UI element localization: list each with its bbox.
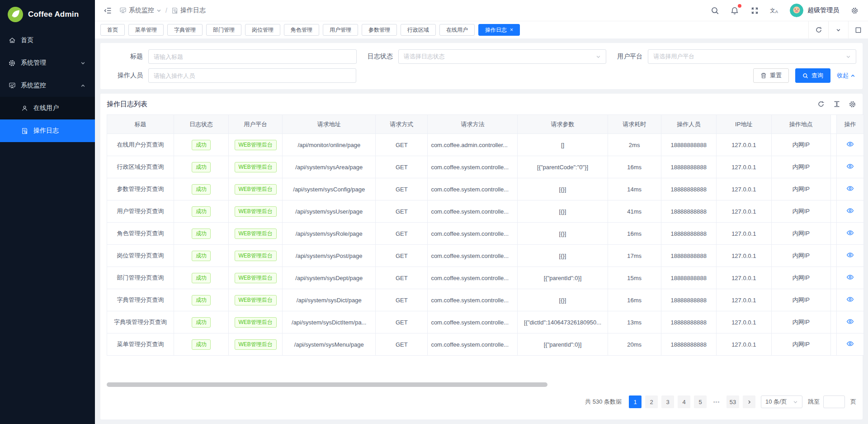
- tab-行政区域[interactable]: 行政区域: [401, 24, 436, 36]
- column-header-title[interactable]: 标题: [107, 115, 174, 134]
- platform-tag: WEB管理后台: [235, 317, 277, 328]
- column-header-status[interactable]: 日志状态: [174, 115, 229, 134]
- view-detail-eye-icon[interactable]: [846, 340, 854, 348]
- cell-ip: 127.0.0.1: [716, 289, 771, 311]
- view-detail-eye-icon[interactable]: [846, 185, 854, 192]
- filter-actions: 重置 查询 收起: [356, 68, 856, 83]
- status-select[interactable]: 请选择日志状态: [398, 49, 607, 64]
- view-detail-eye-icon[interactable]: [846, 140, 854, 148]
- view-detail-eye-icon[interactable]: [846, 229, 854, 237]
- row-height-icon[interactable]: [833, 100, 840, 108]
- fullscreen-icon[interactable]: [750, 6, 759, 15]
- search-button[interactable]: 查询: [795, 68, 830, 83]
- tab-close-icon[interactable]: ×: [510, 27, 513, 33]
- log-table-card: 操作日志列表 标题日志状态用户平台请求地址请求方式请求方法请求参数请求耗时操作人…: [100, 94, 863, 419]
- collapse-filters-link[interactable]: 收起: [837, 71, 855, 80]
- cell-action: [836, 156, 863, 178]
- cell-duration: 16ms: [608, 223, 661, 245]
- column-header-duration[interactable]: 请求耗时: [608, 115, 661, 134]
- platform-select[interactable]: 请选择用户平台: [648, 49, 856, 64]
- sidebar-item-online-users[interactable]: 在线用户: [0, 97, 95, 119]
- column-header-location[interactable]: 操作地点: [771, 115, 830, 134]
- tab-label: 部门管理: [213, 26, 235, 34]
- scrollbar-gutter: [830, 267, 836, 289]
- tab-角色管理[interactable]: 角色管理: [284, 24, 319, 36]
- cell-request_type: GET: [376, 333, 428, 356]
- view-detail-eye-icon[interactable]: [846, 251, 854, 259]
- tab-岗位管理[interactable]: 岗位管理: [245, 24, 280, 36]
- cell-method: com.coffee.system.controlle...: [428, 156, 518, 178]
- translate-icon[interactable]: 文A: [770, 6, 779, 15]
- log-table-body: 在线用户分页查询成功WEB管理后台/api/monitor/online/pag…: [107, 134, 864, 356]
- cell-title: 字典项管理分页查询: [107, 311, 174, 333]
- cell-request_type: GET: [376, 267, 428, 289]
- jump-page-input[interactable]: [823, 395, 845, 408]
- pagination-page-4[interactable]: 4: [678, 395, 690, 408]
- cell-title: 菜单管理分页查询: [107, 333, 174, 356]
- status-tag: 成功: [192, 317, 211, 328]
- scrollbar-gutter: [830, 134, 836, 156]
- cell-action: [836, 289, 863, 311]
- view-detail-eye-icon[interactable]: [846, 318, 854, 325]
- column-header-params[interactable]: 请求参数: [518, 115, 608, 134]
- tab-菜单管理[interactable]: 菜单管理: [128, 24, 164, 36]
- view-detail-eye-icon[interactable]: [846, 162, 854, 170]
- reset-button[interactable]: 重置: [753, 68, 789, 83]
- column-header-request_type[interactable]: 请求方式: [376, 115, 428, 134]
- column-header-method[interactable]: 请求方法: [428, 115, 518, 134]
- sidebar-item-operation-log[interactable]: 操作日志: [0, 119, 95, 142]
- sidebar-item-system-management[interactable]: 系统管理: [0, 52, 95, 74]
- cell-duration: 20ms: [608, 333, 661, 356]
- pagination-page-2[interactable]: 2: [645, 395, 658, 408]
- breadcrumb-section[interactable]: 系统监控: [119, 6, 161, 14]
- tab-部门管理[interactable]: 部门管理: [206, 24, 241, 36]
- pagination-page-3[interactable]: 3: [661, 395, 674, 408]
- maximize-icon[interactable]: [848, 21, 868, 38]
- chevron-up-icon: [850, 73, 855, 78]
- sidebar-collapse-icon[interactable]: [101, 4, 114, 17]
- tab-字典管理[interactable]: 字典管理: [167, 24, 203, 36]
- user-menu[interactable]: 超级管理员: [790, 4, 839, 17]
- pagination-page-5[interactable]: 5: [694, 395, 707, 408]
- sidebar-item-label: 首页: [21, 36, 33, 44]
- column-settings-gear-icon[interactable]: [849, 100, 856, 108]
- scrollbar-thumb[interactable]: [107, 382, 547, 387]
- tab-options-chevron-icon[interactable]: [828, 21, 848, 38]
- tab-label: 字典管理: [174, 26, 196, 34]
- title-input[interactable]: [148, 49, 357, 64]
- status-tag: 成功: [192, 184, 211, 195]
- refresh-icon[interactable]: [817, 100, 825, 108]
- next-page-button[interactable]: [743, 395, 755, 408]
- refresh-tab-icon[interactable]: [808, 21, 828, 38]
- column-header-ip[interactable]: IP地址: [716, 115, 771, 134]
- bell-icon[interactable]: [730, 6, 739, 15]
- view-detail-eye-icon[interactable]: [846, 295, 854, 303]
- view-detail-eye-icon[interactable]: [846, 273, 854, 281]
- operator-input[interactable]: [148, 68, 356, 83]
- pagination-ellipsis[interactable]: •••: [710, 395, 723, 408]
- pagination-page-53[interactable]: 53: [726, 395, 739, 408]
- pagination-page-1[interactable]: 1: [629, 395, 642, 408]
- tab-用户管理[interactable]: 用户管理: [323, 24, 358, 36]
- pagination-total: 共 530 条数据: [585, 398, 622, 406]
- tab-首页[interactable]: 首页: [100, 24, 125, 36]
- cell-duration: 17ms: [608, 245, 661, 267]
- sidebar-item-home[interactable]: 首页: [0, 29, 95, 52]
- column-header-action[interactable]: 操作: [836, 115, 863, 134]
- tab-在线用户[interactable]: 在线用户: [439, 24, 475, 36]
- status-field: 日志状态 请选择日志状态: [357, 49, 607, 64]
- sidebar-item-system-monitor[interactable]: 系统监控: [0, 74, 95, 97]
- tab-label: 在线用户: [446, 26, 468, 34]
- page-size-select[interactable]: 10 条/页: [761, 395, 802, 408]
- tab-参数管理[interactable]: 参数管理: [362, 24, 397, 36]
- settings-gear-icon[interactable]: [850, 6, 859, 15]
- sidebar-item-label: 操作日志: [33, 127, 59, 135]
- tab-操作日志[interactable]: 操作日志 ×: [478, 24, 520, 36]
- column-header-operator[interactable]: 操作人员: [661, 115, 716, 134]
- cell-params: [{}]: [518, 178, 608, 200]
- log-icon: [21, 128, 28, 134]
- search-icon[interactable]: [710, 6, 719, 15]
- column-header-platform[interactable]: 用户平台: [229, 115, 283, 134]
- column-header-url[interactable]: 请求地址: [283, 115, 376, 134]
- view-detail-eye-icon[interactable]: [846, 207, 854, 214]
